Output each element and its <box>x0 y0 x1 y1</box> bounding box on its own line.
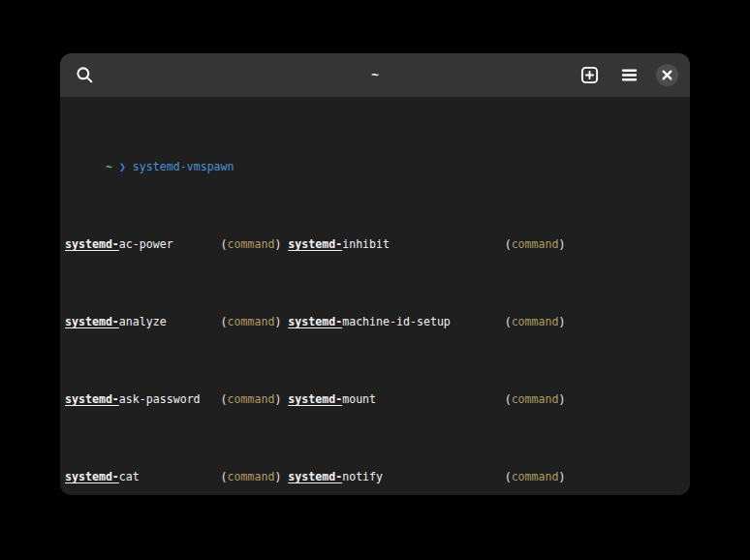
search-icon <box>76 66 94 84</box>
entry-name: ac-power <box>119 237 173 251</box>
completion-entry: systemd-notify (command) <box>288 467 565 486</box>
entry-annotation: (command) <box>505 467 566 486</box>
completion-row: systemd-analyze (command) systemd-machin… <box>65 312 690 331</box>
terminal-window: ~ ~❯systemd-vmspawn <box>60 53 690 495</box>
completion-row: systemd-ask-password (command) systemd-m… <box>65 389 690 409</box>
prompt-cwd: ~ <box>106 160 112 173</box>
entry-prefix: systemd- <box>65 315 119 328</box>
completion-entry: systemd-mount (command) <box>288 389 565 409</box>
entry-name: inhibit <box>342 237 390 251</box>
completion-entry: systemd-machine-id-setup (command) <box>288 312 565 331</box>
entry-prefix: systemd- <box>65 392 119 406</box>
entry-name: analyze <box>119 315 167 328</box>
entry-prefix: systemd- <box>288 237 342 251</box>
entry-annotation: (command) <box>221 467 282 486</box>
entry-prefix: systemd- <box>288 470 342 483</box>
entry-annotation: (command) <box>505 234 566 254</box>
new-tab-icon <box>580 66 599 84</box>
completion-entry: systemd-ask-password (command) <box>65 389 281 409</box>
entry-annotation: (command) <box>221 312 282 331</box>
entry-annotation: (command) <box>221 234 282 254</box>
completion-row: systemd-cat (command) systemd-notify (co… <box>65 467 690 486</box>
entry-prefix: systemd- <box>288 392 342 406</box>
menu-button[interactable] <box>616 63 641 88</box>
entry-annotation: (command) <box>505 312 566 331</box>
completion-entry: systemd-cat (command) <box>65 467 281 486</box>
completion-entry: systemd-inhibit (command) <box>288 234 565 254</box>
entry-annotation: (command) <box>505 389 566 409</box>
entry-name: mount <box>342 392 376 406</box>
entry-prefix: systemd- <box>65 237 119 251</box>
completion-list: systemd-ac-power (command) systemd-inhib… <box>65 196 690 495</box>
completion-row: systemd-ac-power (command) systemd-inhib… <box>65 234 690 254</box>
entry-name: notify <box>342 470 383 483</box>
header-actions <box>577 63 678 88</box>
prompt-line: ~❯systemd-vmspawn <box>65 138 690 157</box>
prompt-command: systemd-vmspawn <box>133 160 234 173</box>
close-icon <box>662 70 672 80</box>
entry-prefix: systemd- <box>65 470 119 483</box>
entry-name: ask-password <box>119 392 201 406</box>
search-button[interactable] <box>72 63 97 88</box>
entry-prefix: systemd- <box>288 315 342 328</box>
completion-entry: systemd-analyze (command) <box>65 312 281 331</box>
menu-icon <box>620 66 639 84</box>
entry-name: machine-id-setup <box>342 315 451 328</box>
new-tab-button[interactable] <box>577 63 602 88</box>
header-bar[interactable]: ~ <box>60 53 690 97</box>
close-button[interactable] <box>656 64 678 86</box>
entry-annotation: (command) <box>221 389 282 409</box>
prompt-arrow-icon: ❯ <box>119 160 126 173</box>
entry-name: cat <box>119 470 140 483</box>
terminal-screen[interactable]: ~❯systemd-vmspawn systemd-ac-power (comm… <box>60 97 690 495</box>
completion-entry: systemd-ac-power (command) <box>65 234 281 254</box>
